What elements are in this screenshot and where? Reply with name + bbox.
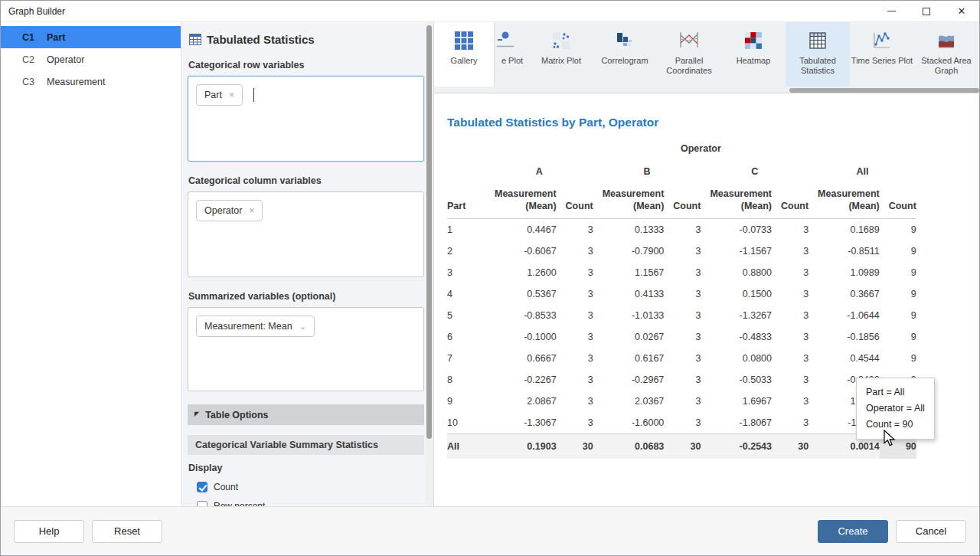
row-variables-label: Categorical row variables xyxy=(188,60,424,70)
gallery-tab-time-series-plot[interactable]: Time Series Plot xyxy=(850,22,914,87)
maximize-button[interactable] xyxy=(909,1,944,21)
table-cell: 7 xyxy=(447,348,485,369)
table-cell: 3 xyxy=(557,326,593,348)
table-cell: 3 xyxy=(664,240,701,262)
collapse-icon: ◤ xyxy=(194,410,199,417)
table-cell: 0.1500 xyxy=(701,283,772,305)
tooltip-line: Part = All xyxy=(866,384,925,401)
variable-chip-operator[interactable]: Operator × xyxy=(196,200,263,221)
column-label: Operator xyxy=(47,54,84,65)
table-cell: 0.6667 xyxy=(485,348,557,369)
column-id: C2 xyxy=(1,54,47,65)
gallery-tab-label: Matrix Plot xyxy=(541,56,581,66)
column-id: C1 xyxy=(1,32,47,43)
minimize-icon xyxy=(887,11,896,11)
chip-label: Operator xyxy=(204,205,242,216)
table-cell: -0.1000 xyxy=(485,326,557,348)
table-cell: 10 xyxy=(447,412,485,434)
table-cell: 2.0867 xyxy=(485,391,557,412)
table-cell: 9 xyxy=(880,348,916,369)
sidebar-item-part[interactable]: C1 Part xyxy=(1,26,181,48)
checkbox-icon[interactable] xyxy=(197,482,207,492)
part-column-header: Part xyxy=(447,186,485,219)
table-cell: 0.4133 xyxy=(593,283,665,305)
dropdown-chevron-icon[interactable]: ⌄ xyxy=(299,322,306,331)
table-cell: 0.0683 xyxy=(593,434,665,460)
builder-panel: Tabulated Statistics Categorical row var… xyxy=(181,22,434,506)
close-button[interactable]: ✕ xyxy=(944,1,979,21)
create-button[interactable]: Create xyxy=(818,520,888,543)
table-cell: 3 xyxy=(772,391,808,412)
table-cell: -0.1856 xyxy=(808,326,880,348)
sidebar-item-operator[interactable]: C2 Operator xyxy=(1,48,181,70)
table-cell: 3 xyxy=(664,348,701,369)
table-cell: 3 xyxy=(664,305,701,326)
graph-builder-window: Graph Builder ✕ C1 Part C2 Operator C3 M… xyxy=(0,0,980,556)
table-cell: 0.1333 xyxy=(593,219,665,241)
gallery-tab-tabulated-statistics[interactable]: Tabulated Statistics xyxy=(786,22,850,87)
gallery-scrollbar-thumb[interactable] xyxy=(789,88,979,93)
table-cell: 3 xyxy=(557,369,593,391)
sidebar-item-measurement[interactable]: C3 Measurement xyxy=(1,70,181,93)
operator-group-header: Operator xyxy=(485,139,916,162)
table-cell: -0.2267 xyxy=(485,369,557,391)
window-title: Graph Builder xyxy=(1,6,65,17)
gallery-tab-label: Stacked Area Graph xyxy=(914,56,978,76)
variable-chip-measurement-mean[interactable]: Measurement: Mean ⌄ xyxy=(196,316,315,337)
gallery-tab-bubble-plot-partial[interactable]: e Plot xyxy=(495,22,530,87)
table-cell: -1.6000 xyxy=(593,412,665,434)
count-header: Count xyxy=(880,186,916,219)
cancel-button[interactable]: Cancel xyxy=(896,520,966,543)
column-variables-label: Categorical column variables xyxy=(188,175,424,186)
variable-chip-part[interactable]: Part × xyxy=(196,84,243,106)
summarized-variables-dropzone[interactable]: Measurement: Mean ⌄ xyxy=(188,307,424,391)
table-row: 2-0.60673-0.79003-1.15673-0.85119 xyxy=(447,240,916,262)
table-cell: 1 xyxy=(447,219,485,241)
tabulated-statistics-icon xyxy=(808,31,828,51)
row-variables-dropzone[interactable]: Part × xyxy=(188,76,424,162)
gallery-tab-gallery[interactable]: Gallery xyxy=(434,22,495,87)
gallery-strip: Gallery e Plot xyxy=(434,22,979,93)
table-body: 10.446730.13333-0.073330.168992-0.60673-… xyxy=(447,219,916,460)
results-title: Tabulated Statistics by Part, Operator xyxy=(447,116,979,129)
gallery-tab-matrix-plot[interactable]: Matrix Plot xyxy=(530,22,593,87)
panel-scrollbar-thumb[interactable] xyxy=(426,25,432,439)
table-cell: 3 xyxy=(772,348,808,369)
time-series-plot-icon xyxy=(872,31,892,51)
gallery-tab-correlogram[interactable]: Correlogram xyxy=(593,22,657,87)
column-label: Part xyxy=(47,32,65,43)
reset-button[interactable]: Reset xyxy=(92,520,162,543)
table-cell: 1.1567 xyxy=(593,262,665,283)
chip-remove-icon[interactable]: × xyxy=(249,206,254,215)
gallery-tab-parallel-coordinates[interactable]: Parallel Coordinates xyxy=(657,22,721,87)
table-cell: 5 xyxy=(447,305,485,326)
column-variables-dropzone[interactable]: Operator × xyxy=(188,191,424,277)
table-cell: 9 xyxy=(880,219,916,241)
table-cell: 3 xyxy=(772,262,808,283)
table-options-header[interactable]: ◤ Table Options xyxy=(188,404,424,425)
table-cell: 3 xyxy=(772,219,808,241)
panel-scrollbar[interactable] xyxy=(426,22,433,506)
table-cell: 3 xyxy=(772,326,808,348)
table-cell: -1.3267 xyxy=(701,305,772,326)
chip-label: Part xyxy=(204,90,222,100)
checkbox-count[interactable]: Count xyxy=(197,482,424,492)
summarized-variables-label: Summarized variables (optional) xyxy=(188,291,424,302)
table-row: 5-0.85333-1.01333-1.32673-1.06449 xyxy=(447,305,916,326)
table-cell: 0.6167 xyxy=(593,348,665,369)
help-button[interactable]: Help xyxy=(14,520,84,543)
chip-remove-icon[interactable]: × xyxy=(229,90,234,100)
gallery-tab-label: Parallel Coordinates xyxy=(657,56,721,76)
variables-sidebar: C1 Part C2 Operator C3 Measurement xyxy=(1,22,181,506)
tabulated-statistics-icon xyxy=(189,34,201,45)
group-header-row: Operator xyxy=(447,139,916,162)
gallery-tab-stacked-area-graph[interactable]: Stacked Area Graph xyxy=(914,22,978,87)
gallery-tab-heatmap[interactable]: Heatmap xyxy=(721,22,786,87)
minimize-button[interactable] xyxy=(874,1,909,21)
level-header-row: A B C All xyxy=(447,162,916,186)
dialog-footer: Help Reset Create Cancel xyxy=(1,506,979,555)
tooltip-line: Operator = All xyxy=(866,401,925,417)
table-cell: 3 xyxy=(772,240,808,262)
gallery-tab-label: Time Series Plot xyxy=(851,56,913,66)
table-cell: 1.6967 xyxy=(701,391,772,412)
